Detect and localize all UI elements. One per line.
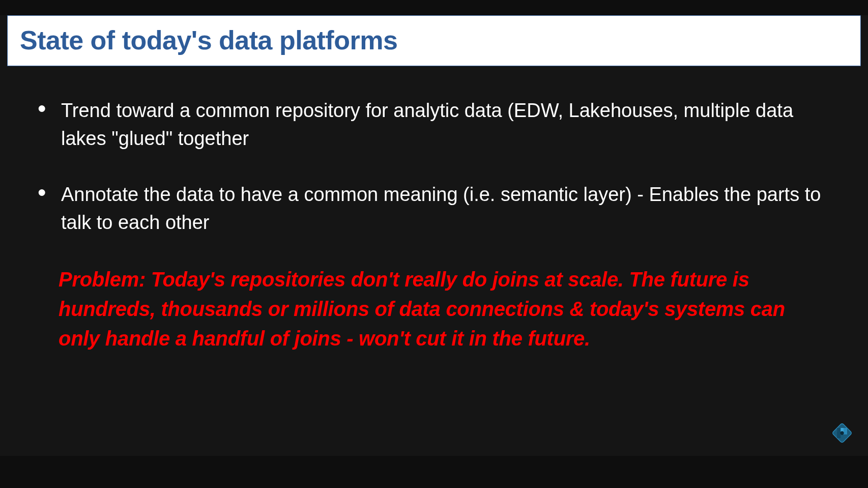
bullet-list: Trend toward a common repository for ana… xyxy=(33,97,835,237)
slide-container: State of today's data platforms Trend to… xyxy=(0,15,868,456)
bullet-item: Annotate the data to have a common meani… xyxy=(33,181,835,237)
slide-title: State of today's data platforms xyxy=(20,25,848,55)
slide-content: Trend toward a common repository for ana… xyxy=(0,66,868,353)
title-bar: State of today's data platforms xyxy=(7,15,861,66)
bullet-item: Trend toward a common repository for ana… xyxy=(33,97,835,153)
company-logo-icon xyxy=(830,421,854,445)
problem-statement: Problem: Today's repositories don't real… xyxy=(33,265,835,353)
